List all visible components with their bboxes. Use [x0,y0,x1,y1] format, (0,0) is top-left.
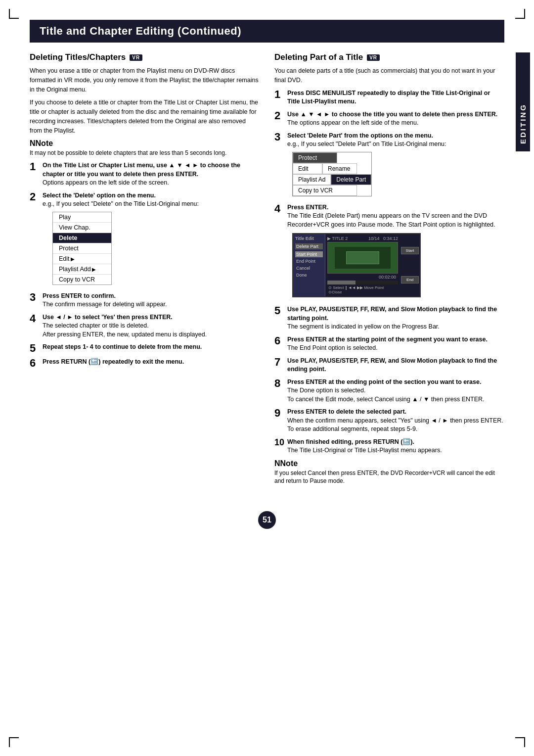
corner-mark-br [515,737,525,747]
page-number: 51 [258,511,276,529]
right-menu-table: Protect Edit Rename Playlist Ad Delete P… [292,152,372,196]
right-step-9: 9 Press ENTER to delete the selected par… [274,408,504,434]
ss-done: Done [295,272,323,278]
right-note-title: NNote [274,459,504,468]
right-step7-bold: Use PLAY, PAUSE/STEP, FF, REW, and Slow … [287,357,504,374]
screenshot-thumbnail: Title Edit Delete Part Start Point End P… [292,233,421,297]
ss-title-edit: Title Edit [295,236,323,241]
left-step-5: 5 Repeat steps 1- 4 to continue to delet… [30,343,260,354]
left-step4-body1: The selected chapter or title is deleted… [43,322,260,331]
right-intro-text: You can delete parts of a title (such as… [274,66,504,85]
right-menu-protect: Protect [293,152,337,163]
right-step8-body2: To cancel the Edit mode, select Cancel u… [287,395,504,404]
right-step-6: 6 Press ENTER at the starting point of t… [274,335,504,353]
ss-end-point: End Point [295,258,323,264]
right-step6-body: The End Point option is selected. [287,344,504,353]
ss-cancel: Cancel [295,265,323,271]
ss-time-display: 00:02:00 [327,275,398,280]
right-step9-body2: To erase additional segments, repeat ste… [287,425,504,434]
right-column: EDITING Deleting Part of a Title VR You … [274,52,504,489]
right-section-heading: Deleting Part of a Title VR [274,52,504,62]
right-step8-body: The Done option is selected. [287,386,504,395]
right-step3-bold: Select 'Delete Part' from the options on… [287,132,504,141]
left-step6-bold: Press RETURN (🔙) repeatedly to exit the … [43,358,260,367]
menu-item-edit: Edit [53,254,111,264]
right-menu-edit: Edit [293,163,322,174]
right-menu-row-2: Edit Rename [293,163,371,174]
right-step-7: 7 Use PLAY, PAUSE/STEP, FF, REW, and Slo… [274,357,504,374]
ss-video-inner [335,247,391,268]
menu-item-play: Play [53,212,111,223]
menu-item-delete: Delete [53,233,111,243]
right-step-4: 4 Press ENTER. The Title Edit (Delete Pa… [274,203,504,302]
left-step-6: 6 Press RETURN (🔙) repeatedly to exit th… [30,358,260,369]
right-step-1: 1 Press DISC MENU/LIST repeatedly to dis… [274,89,504,106]
right-step-3: 3 Select 'Delete Part' from the options … [274,132,504,199]
left-step-1: 1 On the Title List or Chapter List menu… [30,161,260,188]
right-step5-bold: Use PLAY, PAUSE/STEP, FF, REW, and Slow … [287,305,504,323]
right-step5-body: The segment is indicated in yellow on th… [287,323,504,331]
ss-header: ▶ TITLE 2 10/14 0:34:12 [327,236,398,241]
right-step4-body: The Title Edit (Delete Part) menu appear… [287,212,504,229]
ss-video-content [346,251,380,264]
menu-item-playlistadd: Playlist Add [53,264,111,275]
right-step-2: 2 Use ▲ ▼ ◄ ► to choose the title you wa… [274,110,504,128]
left-step4-body2: After pressing ENTER, the new, updated m… [43,331,260,339]
left-step2-bold: Select the 'Delete' option on the menu. [43,191,260,200]
right-step10-bold: When finished editing, press RETURN (🔙). [287,438,504,447]
left-menu-box: Play View Chap. Delete Protect Edit Play… [52,212,112,285]
right-step2-body: The options appear on the left side of t… [287,119,504,128]
left-column: Deleting Titles/Chapters VR When you era… [30,52,260,489]
left-intro-text2: If you choose to delete a title or chapt… [30,98,260,135]
screenshot-sidebar: Title Edit Delete Part Start Point End P… [293,234,325,296]
right-menu-playlistad: Playlist Ad [293,174,331,185]
left-step4-bold: Use ◄ / ► to select 'Yes' then press ENT… [43,313,260,322]
left-step3-body: The confirm message for deleting will ap… [43,300,260,309]
ss-start-point: Start Point [295,251,323,257]
left-step1-body: Options appears on the left side of the … [43,179,260,188]
ss-title-label: ▶ TITLE 2 [327,236,348,241]
right-step3-body: e.g., If you select "Delete Part" on Tit… [287,140,504,149]
ss-counters: 10/14 0:34:12 [368,236,398,241]
menu-item-copytovr: Copy to VCR [53,275,111,284]
left-step1-bold: On the Title List or Chapter List menu, … [43,161,260,179]
vr-badge-left: VR [130,54,142,61]
ss-footer: ⊙ Select ‖ ◄◄ ▶▶ Move Point ⊙Close [327,285,398,294]
right-step-10: 10 When finished editing, press RETURN (… [274,438,504,455]
left-step-4: 4 Use ◄ / ► to select 'Yes' then press E… [30,313,260,339]
right-menu-row-3: Playlist Ad Delete Part [293,174,371,185]
ss-video-area [327,242,398,274]
menu-item-protect: Protect [53,243,111,254]
left-note: NNote It may not be possible to delete c… [30,139,260,157]
left-step5-bold: Repeat steps 1- 4 to continue to delete … [43,343,260,352]
ss-progress-bar [327,281,398,284]
left-note-title: NNote [30,139,260,148]
right-step9-body1: When the confirm menu appears, select "Y… [287,417,504,425]
right-menu-rename: Rename [322,163,357,174]
right-step9-bold: Press ENTER to delete the selected part. [287,408,504,417]
right-step4-bold: Press ENTER. [287,203,504,212]
right-step2-bold: Use ▲ ▼ ◄ ► to choose the title you want… [287,110,504,119]
right-step-5: 5 Use PLAY, PAUSE/STEP, FF, REW, and Slo… [274,305,504,331]
right-step6-bold: Press ENTER at the starting point of the… [287,335,504,344]
ss-progress-fill [327,281,356,284]
ss-delete-part: Delete Part [295,243,323,249]
ss-start-btn: Start [401,247,419,254]
left-section-heading: Deleting Titles/Chapters VR [30,52,260,62]
vr-badge-right: VR [367,54,380,61]
right-menu-row-4: Copy to VCR [293,185,371,196]
left-intro-text1: When you erase a title or chapter from t… [30,66,260,94]
right-step1-bold: Press DISC MENU/LIST repeatedly to displ… [287,89,504,106]
right-note-text: If you select Cancel then press ENTER, t… [274,469,504,486]
right-menu-copytovr: Copy to VCR [293,185,357,196]
left-note-text: It may not be possible to delete chapter… [30,149,260,157]
corner-mark-bl [9,737,19,747]
right-step10-body: The Title List-Original or Title List-Pl… [287,446,504,455]
right-note: NNote If you select Cancel then press EN… [274,459,504,486]
ss-right-buttons: Start End [400,234,420,296]
left-step-3: 3 Press ENTER to confirm. The confirm me… [30,292,260,309]
right-step8-bold: Press ENTER at the ending point of the s… [287,378,504,387]
left-step3-bold: Press ENTER to confirm. [43,292,260,301]
menu-item-viewchap: View Chap. [53,223,111,233]
left-step-2: 2 Select the 'Delete' option on the menu… [30,191,260,288]
